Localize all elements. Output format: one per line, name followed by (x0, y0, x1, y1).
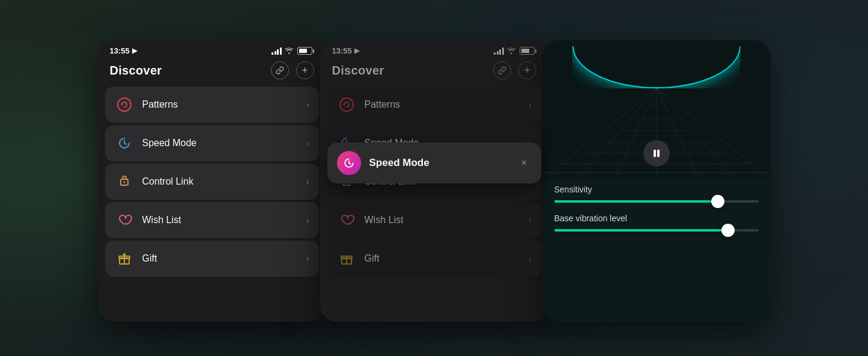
gift-icon-1 (115, 249, 134, 268)
sensitivity-group: Sensitivity (554, 185, 759, 203)
svg-point-6 (340, 98, 353, 111)
time-2: 13:55 ▶ (332, 46, 359, 55)
time-1: 13:55 ▶ (110, 46, 137, 55)
location-icon-1: ▶ (132, 47, 137, 55)
wishlist-icon-2 (337, 210, 356, 230)
screen-3: Sensitivity Base vibration level (542, 40, 771, 322)
svg-point-7 (343, 104, 345, 106)
base-vibration-thumb[interactable] (721, 224, 735, 237)
svg-line-25 (657, 88, 771, 179)
speed-label-1: Speed Mode (142, 138, 306, 149)
screen1-actions: + (271, 61, 314, 79)
control-chevron-1: › (306, 177, 309, 186)
status-bar-1: 13:55 ▶ (98, 40, 326, 58)
base-vibration-label: Base vibration level (554, 213, 759, 223)
control-icon-1 (115, 172, 134, 191)
wishlist-icon-1 (115, 210, 134, 230)
signal-icon-2 (494, 48, 504, 55)
sensitivity-fill (554, 200, 718, 203)
svg-point-3 (123, 182, 125, 183)
sensitivity-label: Sensitivity (554, 185, 759, 194)
screen2-actions: + (493, 61, 536, 79)
pause-button[interactable] (643, 140, 670, 167)
wishlist-chevron-1: › (306, 215, 309, 225)
wishlist-label-2: Wish List (365, 215, 529, 226)
menu-item-gift-2: Gift › (327, 241, 541, 277)
screen1-title: Discover (110, 64, 162, 78)
popup-close-button[interactable]: × (517, 156, 532, 170)
base-vibration-group: Base vibration level (554, 213, 759, 232)
menu-item-wishlist-2: Wish List › (327, 202, 541, 238)
menu-item-patterns-1[interactable]: Patterns › (105, 87, 319, 123)
speed-chevron-1: › (306, 138, 309, 148)
gift-label-1: Gift (142, 253, 306, 264)
screen1-header: Discover + (98, 58, 326, 87)
gift-icon-2 (337, 249, 356, 268)
patterns-icon-2 (337, 95, 356, 114)
svg-rect-26 (654, 150, 656, 157)
sensitivity-thumb[interactable] (711, 195, 724, 208)
patterns-chevron-2: › (529, 100, 532, 109)
patterns-label-2: Patterns (365, 99, 529, 110)
time-text-2: 13:55 (332, 46, 352, 55)
sensitivity-track[interactable] (554, 200, 759, 203)
speed-mode-popup[interactable]: Speed Mode × (327, 143, 541, 183)
battery-icon-1 (297, 47, 314, 55)
gift-label-2: Gift (365, 253, 529, 264)
screen2-header: Discover + (320, 58, 548, 87)
base-vibration-fill (554, 229, 728, 232)
plus-button-2: + (518, 61, 536, 79)
svg-line-19 (542, 88, 657, 179)
gift-chevron-2: › (529, 254, 532, 263)
wifi-icon-2 (507, 48, 517, 55)
base-vibration-track[interactable] (554, 229, 759, 232)
location-icon-2: ▶ (354, 47, 359, 55)
menu-item-control-1[interactable]: Control Link › (105, 164, 319, 200)
screens-container: 13:55 ▶ Discover (0, 0, 868, 356)
link-button-1[interactable] (271, 61, 289, 79)
control-label-1: Control Link (142, 176, 306, 187)
svg-point-0 (118, 98, 131, 111)
menu-item-speed-1[interactable]: Speed Mode › (105, 125, 319, 161)
patterns-icon-1 (115, 95, 134, 114)
signal-icon-1 (272, 48, 282, 55)
gift-chevron-1: › (306, 254, 309, 263)
plus-button-1[interactable]: + (296, 61, 314, 79)
wishlist-chevron-2: › (529, 215, 532, 225)
controls-section: Sensitivity Base vibration level (542, 179, 771, 248)
status-bar-2: 13:55 ▶ (320, 40, 548, 58)
svg-rect-27 (657, 150, 660, 157)
wifi-icon-1 (285, 48, 294, 55)
menu-item-patterns-2: Patterns › (327, 87, 541, 123)
status-icons-1 (272, 47, 314, 55)
popup-title: Speed Mode (369, 157, 517, 169)
svg-point-1 (121, 104, 123, 106)
popup-icon (337, 151, 361, 175)
menu-list-1: Patterns › Speed Mode › (98, 87, 326, 277)
screen-2: 13:55 ▶ Discover (320, 40, 548, 322)
screen2-title: Discover (332, 64, 384, 78)
menu-item-gift-1[interactable]: Gift › (105, 241, 319, 277)
wishlist-label-1: Wish List (142, 215, 306, 226)
pause-icon (652, 149, 661, 158)
battery-icon-2 (520, 47, 536, 55)
status-icons-2 (494, 47, 536, 55)
patterns-label-1: Patterns (142, 99, 306, 110)
menu-item-wishlist-1[interactable]: Wish List › (105, 202, 319, 238)
patterns-chevron-1: › (306, 100, 309, 109)
screen-1: 13:55 ▶ Discover (98, 40, 326, 322)
time-text-1: 13:55 (110, 46, 130, 55)
speed-icon-1 (115, 134, 134, 153)
link-button-2 (493, 61, 511, 79)
